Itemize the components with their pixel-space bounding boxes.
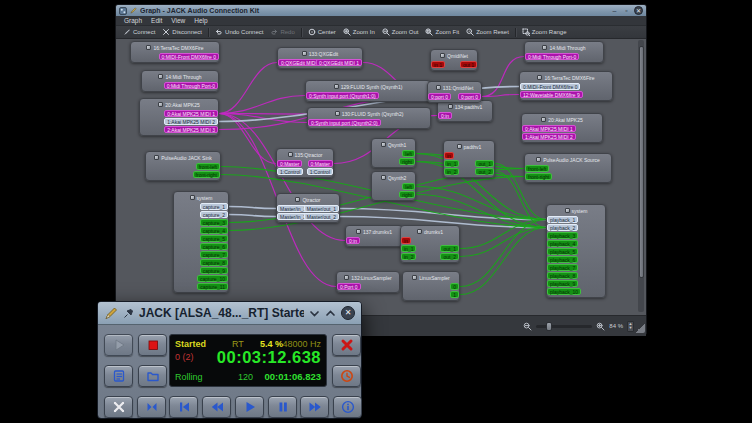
port-left[interactable]: left [402,183,415,190]
port-capture-4[interactable]: capture_4 [200,227,228,234]
port-in-1[interactable]: in 1 [431,61,445,68]
graph-canvas[interactable]: 16:TerraTec DMX6Fire0:MIDI-Front DMX6fir… [116,39,646,315]
port-in-1[interactable]: in_1 [444,160,459,167]
port-playback-2[interactable]: playback_2 [547,224,578,231]
port-playback-10[interactable]: playback_10 [547,288,581,295]
quit-button[interactable] [332,334,361,356]
node-qtractor-jack[interactable]: QtractorMaster/in_1Master/out_1Master/in… [276,193,340,223]
zoom-slider-handle[interactable] [546,322,552,331]
node-terratec-dmx6fire-out[interactable]: 16:TerraTec DMX6Fire0:MIDI-Front DMX6fir… [130,41,220,63]
port-playback-9[interactable]: playback_9 [547,280,578,287]
port-playback-5[interactable]: playback_5 [547,248,578,255]
port-12-wavetable-dmx6fire-9[interactable]: 12:Wavetable DMX6fire 9 [520,91,583,98]
port-front-right[interactable]: front-right [525,173,552,180]
port-0[interactable]: 0 [450,283,459,290]
patchbay-button[interactable] [137,396,166,418]
node-qsynth2[interactable]: Qsynth2leftright [371,171,416,201]
zoom-stepper[interactable]: ▲▼ [627,321,634,332]
menu-item-graph[interactable]: Graph [120,17,146,24]
port-right[interactable]: right [399,191,415,198]
port-0-in[interactable]: 0:in [438,112,452,119]
port-1-control[interactable]: 1:Control [277,168,303,175]
port-out-2[interactable]: out_2 [440,253,459,260]
node-system-capture[interactable]: systemcapture_1capture_2capture_3capture… [173,191,229,293]
port-master-out-1[interactable]: Master/out_1 [304,205,339,212]
port-0-master[interactable]: 0:Master [308,160,333,167]
port-capture-8[interactable]: capture_8 [200,259,228,266]
node-fluid-synth-2[interactable]: 130:FLUID Synth (Qsynth2)0:Synth input p… [307,107,431,129]
node-fluid-synth-1[interactable]: 129:FLUID Synth (Qsynth1)0:Synth input p… [305,80,431,102]
node-linuxsampler-jack[interactable]: LinuxSampler01 [402,271,460,301]
node-akai-mpk25-out[interactable]: 20:Akai MPK250:Akai MPK25 MIDI 11:Akai M… [139,98,219,136]
port-0-synth-input-port-qsynth2-0-[interactable]: 0:Synth input port (Qsynth2:0) [308,119,381,126]
node-akai-mpk25-in[interactable]: 20:Akai MPK250:Akai MPK25 MIDI 11:Akai M… [521,113,603,143]
pushpin-icon[interactable] [123,308,134,319]
zoom-slider[interactable] [536,325,592,328]
toolbar-center[interactable]: Center [305,27,339,37]
toolbar-zoom-out[interactable]: Zoom Out [379,27,422,37]
jack-close-button[interactable]: ✕ [341,306,355,320]
port-playback-4[interactable]: playback_4 [547,240,578,247]
port-in-2[interactable]: in_2 [401,253,416,260]
port-1[interactable]: 1 [450,291,459,298]
port-out-1[interactable]: out_1 [440,245,459,252]
port-playback-7[interactable]: playback_7 [547,264,578,271]
node-qmidinet-jack[interactable]: QmidiNetin 1out 1 [430,49,478,71]
port-0-in[interactable]: 0:in [346,237,360,244]
transport-start-button[interactable] [169,396,198,418]
node-linuxsampler-alsa[interactable]: 132:LinuxSampler0:Port 0 [336,271,400,293]
port-1-control[interactable]: 1:Control [307,168,333,175]
graph-maximize-button[interactable]: ▫ [622,7,631,15]
port-front-left[interactable]: front-left [525,165,549,172]
jack-titlebar[interactable]: JACK [ALSA_48..._RT] Started. ✕ [98,302,361,325]
port-out-2[interactable]: out_2 [475,168,494,175]
toolbar-zoom-in[interactable]: Zoom In [340,27,378,37]
port-1-akai-mpk25-midi-2[interactable]: 1:Akai MPK25 MIDI 2 [164,118,218,125]
menu-item-help[interactable]: Help [190,17,211,24]
toolbar-undo-connect[interactable]: Undo Connect [212,27,266,37]
zoom-in-small-icon[interactable] [596,322,605,331]
port-capture-6[interactable]: capture_6 [200,243,228,250]
port-out-1[interactable]: out_1 [475,160,494,167]
graph-minimize-button[interactable]: – [610,7,619,15]
port-2-akai-mpk25-midi-3[interactable]: 2:Akai MPK25 MIDI 3 [164,126,218,133]
port-capture-9[interactable]: capture_9 [200,267,228,274]
port-front-left[interactable]: front-left [196,163,220,170]
port-1-akai-mpk25-midi-2[interactable]: 1:Akai MPK25 MIDI 2 [522,133,576,140]
node-qmidinet-alsa[interactable]: 131:QmidiNet0:port 00:port 0 [427,81,482,103]
port-0-qxgedit-midi-1[interactable]: 0:QXGEdit MIDI 1 [316,59,362,66]
toolbar-connect[interactable]: Connect [120,27,158,37]
node-drumkv1-alsa[interactable]: 137:drumkv10:in [345,225,403,247]
node-padthv1-alsa[interactable]: 134:padthv10:in [437,100,493,122]
port-playback-6[interactable]: playback_6 [547,256,578,263]
port-0-port-0[interactable]: 0:port 0 [458,93,481,100]
port-capture-5[interactable]: capture_5 [200,235,228,242]
shade-down-icon[interactable] [309,309,320,318]
node-pulseaudio-jack-sink[interactable]: PulseAudio JACK Sinkfront-leftfront-righ… [145,151,221,181]
resize-grip[interactable] [635,323,645,333]
node-midi-through-out[interactable]: 14:Midi Through0:Midi Through Port-0 [141,70,219,92]
port-capture-7[interactable]: capture_7 [200,251,228,258]
port-0-midi-front-dmx6fire-0[interactable]: 0:MIDI-Front DMX6fire 0 [520,83,580,90]
transport-pause-button[interactable] [268,396,297,418]
port-in[interactable]: in [401,237,411,244]
port-in[interactable]: in [444,152,454,159]
port-capture-1[interactable]: capture_1 [200,203,228,210]
menu-item-view[interactable]: View [167,17,189,24]
graph-titlebar[interactable]: Graph - JACK Audio Connection Kit – ▫ ✕ [116,5,646,16]
port-in-1[interactable]: in_1 [401,245,416,252]
graph-close-button[interactable]: ✕ [634,6,643,15]
node-terratec-dmx6fire-in[interactable]: 16:TerraTec DMX6Fire0:MIDI-Front DMX6fir… [519,71,613,101]
node-midi-through-in[interactable]: 14:Midi Through0:Midi Through Port-0 [524,41,604,63]
port-0-midi-through-port-0[interactable]: 0:Midi Through Port-0 [525,53,579,60]
transport-play-button[interactable] [235,396,264,418]
session-button[interactable] [138,365,167,387]
toolbar-disconnect[interactable]: Disconnect [159,27,205,37]
port-in-2[interactable]: in_2 [444,168,459,175]
port-left[interactable]: left [402,150,415,157]
port-0-synth-input-port-qsynth1-0-[interactable]: 0:Synth input port (Qsynth1:0) [306,92,379,99]
node-qsynth1[interactable]: Qsynth1leftright [371,138,416,168]
port-0-akai-mpk25-midi-1[interactable]: 0:Akai MPK25 MIDI 1 [522,125,576,132]
connections-button[interactable] [104,396,133,418]
status-button[interactable] [332,365,361,387]
